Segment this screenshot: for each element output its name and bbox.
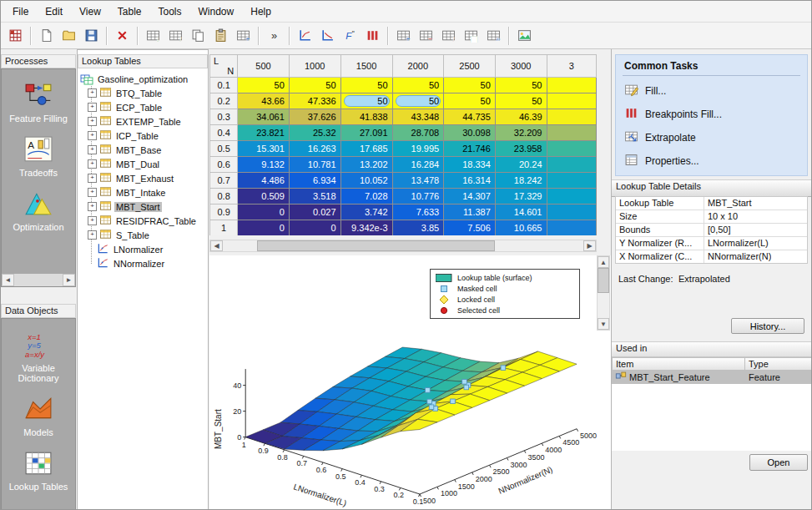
tree-node-mbt_intake[interactable]: +MBT_Intake [78,185,208,199]
grid-cell-clipped[interactable] [547,125,597,141]
tree-node-residfrac_table[interactable]: +RESIDFRAC_Table [78,214,208,228]
function-normalizer-icon[interactable]: F" [339,24,361,47]
grid-cell[interactable]: 16.263 [289,141,340,157]
grid-cell-masked[interactable]: 50 [392,93,444,109]
grid-row-header[interactable]: 0.4 [210,125,238,141]
grid-cell-clipped[interactable] [547,109,597,125]
scrollbar-track[interactable] [14,274,63,286]
cage-grid-icon[interactable] [4,24,27,47]
tree-node-ecp_table[interactable]: +ECP_Table [78,100,208,114]
process-item-optimization[interactable]: Optimization [2,189,75,232]
grid-cell[interactable]: 50 [495,93,547,109]
expand-plus-icon[interactable]: + [88,174,97,183]
tree-node-mbt_exhaust[interactable]: +MBT_Exhaust [78,171,208,185]
data-object-item-models[interactable]: Models [2,395,75,437]
grid-cell[interactable]: 0 [238,205,290,220]
grid-cell[interactable]: 43.66 [238,93,290,109]
grid-col-header[interactable]: 1500 [340,55,392,78]
grid-horizontal-scrollbar[interactable]: ◀ ▶ [209,240,597,252]
grid-cell[interactable]: 50 [392,78,444,93]
grid-cell[interactable]: 50 [238,78,290,93]
export-table-icon[interactable]: ↑ [164,24,187,47]
process-item-feature-filling[interactable]: Feature Filling [2,81,75,124]
grid-cell[interactable]: 0.027 [289,205,340,220]
tree-node-mbt_base[interactable]: +MBT_Base [78,143,208,157]
expand-plus-icon[interactable]: + [88,117,97,126]
grid-cell[interactable]: 47.336 [289,93,340,109]
grid-cell-clipped[interactable] [547,157,597,173]
grid-row-header[interactable]: 0.3 [210,109,238,125]
table-compare-icon[interactable]: ▦ [460,24,482,47]
grid-cell[interactable]: 44.735 [444,109,496,125]
menu-help[interactable]: Help [242,3,280,21]
table-extrapolate-icon[interactable]: » [482,24,505,47]
grid-cell-clipped[interactable] [547,93,597,109]
new-file-icon[interactable] [35,24,58,47]
grid-cell[interactable]: 3.518 [289,189,340,205]
grid-cell[interactable]: 0.509 [238,189,290,205]
task-breakpoints-fill[interactable]: Breakpoints Fill... [623,103,800,126]
grid-cell[interactable]: 10.052 [340,173,392,189]
task-fill[interactable]: Fill... [623,79,800,103]
grid-col-header[interactable]: 2500 [444,55,496,78]
task-extrapolate[interactable]: Extrapolate [623,126,800,149]
import-table-icon[interactable]: ↓ [142,24,164,47]
grid-cell[interactable]: 15.301 [238,141,290,157]
grid-cell[interactable]: 0 [289,220,340,236]
scroll-up-icon[interactable]: ▲ [598,256,609,268]
copy-table-icon[interactable] [187,24,209,47]
grid-cell[interactable]: 10.665 [495,220,547,236]
grid-cell[interactable]: 9.342e-3 [340,220,392,236]
grid-cell[interactable]: 17.685 [340,141,392,157]
grid-cell[interactable]: 20.24 [495,157,547,173]
grid-col-header[interactable]: 500 [238,55,290,78]
grid-cell-clipped[interactable] [547,205,597,220]
grid-cell[interactable]: 18.242 [495,173,547,189]
grid-cell[interactable]: 18.334 [444,157,496,173]
grid-col-header[interactable]: 3000 [495,55,547,78]
grid-cell[interactable]: 7.028 [340,189,392,205]
menu-edit[interactable]: Edit [37,3,71,21]
grid-row-header[interactable]: 0.6 [210,157,238,173]
grid-cell[interactable]: 34.061 [238,109,290,125]
menu-table[interactable]: Table [109,3,150,21]
grid-cell[interactable]: 50 [444,93,496,109]
grid-col-header[interactable]: 1000 [289,55,340,78]
snapshot-icon[interactable] [513,24,536,47]
table-subtract-icon[interactable]: − [415,24,437,47]
grid-cell[interactable]: 9.132 [238,157,290,173]
menu-view[interactable]: View [71,3,109,21]
duplicate-table-icon[interactable]: + [232,24,255,47]
scroll-right-icon[interactable]: ▶ [583,240,596,251]
history-button[interactable]: History... [731,318,804,334]
scroll-left-icon[interactable]: ◀ [210,240,223,251]
process-item-tradeoffs[interactable]: ATradeoffs [2,135,75,178]
tree-node-nnormalizer[interactable]: NNormalizer [78,256,208,270]
tree-node-extemp_table[interactable]: +EXTEMP_Table [78,114,208,129]
scroll-left-icon[interactable]: ◄ [2,274,14,286]
grid-col-header-clipped[interactable]: 3 [547,55,597,78]
grid-cell[interactable]: 7.633 [392,205,444,220]
expand-plus-icon[interactable]: + [88,159,97,169]
grid-cell[interactable]: 41.838 [340,109,392,125]
grid-cell[interactable]: 32.209 [495,125,547,141]
save-icon[interactable] [80,24,103,47]
grid-cell[interactable]: 50 [340,78,392,93]
paste-table-icon[interactable] [209,24,232,47]
task-properties[interactable]: Properties... [623,149,800,173]
tree-node-mbt_dual[interactable]: +MBT_Dual [78,157,208,171]
plot-vertical-scrollbar[interactable]: ▲ ▼ [597,255,610,331]
grid-cell[interactable]: 14.307 [444,189,496,205]
grid-cell[interactable]: 4.486 [238,173,290,189]
expand-plus-icon[interactable]: + [88,216,97,225]
grid-cell[interactable]: 13.478 [392,173,444,189]
grid-cell[interactable]: 30.098 [444,125,496,141]
grid-cell[interactable]: 13.202 [340,157,392,173]
scrollbar-thumb[interactable] [598,268,609,293]
grid-row-header[interactable]: 0.1 [210,78,238,93]
grid-row-header[interactable]: 0.2 [210,93,238,109]
processes-scrollbar[interactable]: ◄► [2,274,75,286]
grid-cell[interactable]: 46.39 [495,109,547,125]
expand-plus-icon[interactable]: + [88,103,97,112]
grid-cell[interactable]: 21.746 [444,141,496,157]
